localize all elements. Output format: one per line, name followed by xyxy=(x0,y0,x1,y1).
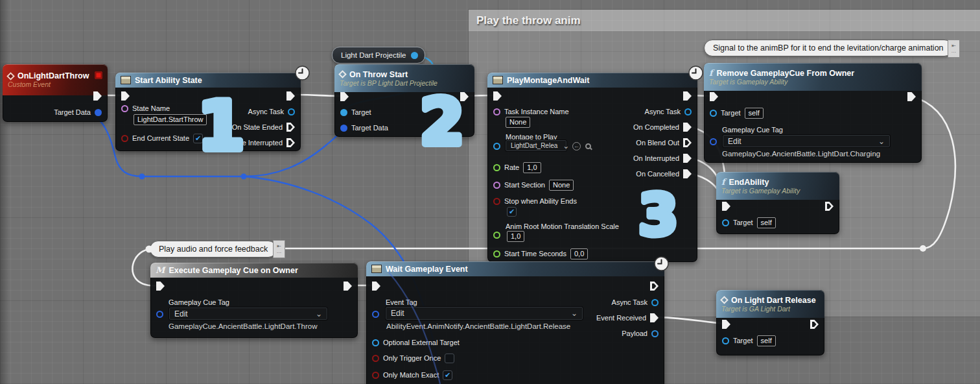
on-blend-out-pin[interactable] xyxy=(683,138,692,147)
exec-in-pin[interactable] xyxy=(493,91,502,101)
gameplay-cue-tag-pin[interactable] xyxy=(710,138,717,145)
async-task-pin[interactable] xyxy=(684,108,692,115)
node-onlightdartthrow[interactable]: OnLightDartThrow Custom Event Target Dat… xyxy=(3,64,108,122)
node-on-throw-start[interactable]: On Throw Start Target is BP Light Dart P… xyxy=(334,64,474,137)
stop-when-ability-ends-pin[interactable] xyxy=(493,198,500,205)
pin-label: Gameplay Cue Tag xyxy=(169,298,229,306)
target-pin[interactable] xyxy=(722,337,729,344)
variable-label: Light Dart Projectile xyxy=(341,51,406,59)
montage-asset-dropdown[interactable]: LightDart_Relea⌄ xyxy=(505,139,567,152)
comment-title-bar[interactable]: Play the throw anim xyxy=(469,10,980,31)
target-data-pin[interactable] xyxy=(340,125,347,132)
node-endability[interactable]: f EndAbility Target is Gameplay Ability … xyxy=(716,172,839,234)
target-pin[interactable] xyxy=(710,110,717,117)
montage-to-play-pin[interactable] xyxy=(493,143,500,150)
variable-light-dart-projectile[interactable]: Light Dart Projectile xyxy=(332,47,425,64)
start-time-seconds-input[interactable]: 0,0 xyxy=(570,248,588,259)
target-pin[interactable] xyxy=(340,109,347,116)
on-state-interrupted-pin[interactable] xyxy=(286,138,295,147)
exec-in-pin[interactable] xyxy=(372,282,380,291)
reroute-node[interactable] xyxy=(241,174,247,180)
start-section-pin[interactable] xyxy=(493,182,500,189)
reroute-node[interactable] xyxy=(139,174,145,180)
optional-external-target-pin[interactable] xyxy=(372,339,379,346)
node-playmontageandwait[interactable]: PlayMontageAndWait Task Instance Name No… xyxy=(487,73,697,262)
bubble-pin-widget[interactable]: ⇤ … xyxy=(273,240,285,258)
use-selected-asset-icon[interactable]: ← xyxy=(572,142,581,150)
exec-out-pin[interactable] xyxy=(344,282,352,291)
pin-label: End Current State xyxy=(132,134,189,142)
node-wait-gameplay-event[interactable]: Wait Gameplay Event Event Tag Edit⌄ Abil… xyxy=(366,261,664,384)
bubble-pin-widget[interactable]: ⇤ … xyxy=(948,40,960,58)
event-received-pin[interactable] xyxy=(650,313,659,322)
rate-input[interactable]: 1,0 xyxy=(523,162,541,173)
exec-in-pin[interactable] xyxy=(722,202,730,211)
on-cancelled-pin[interactable] xyxy=(683,169,692,178)
pin-label: Target xyxy=(721,109,741,117)
start-time-seconds-pin[interactable] xyxy=(493,250,500,258)
on-completed-pin[interactable] xyxy=(683,123,692,132)
event-tag-dropdown[interactable]: Edit⌄ xyxy=(385,306,583,320)
only-match-exact-checkbox[interactable] xyxy=(443,370,452,380)
only-match-exact-pin[interactable] xyxy=(372,372,379,379)
task-instance-name-input[interactable]: None xyxy=(506,117,530,128)
node-start-ability-state[interactable]: Start Ability State State Name LightDart… xyxy=(115,73,301,151)
node-subtitle: Target is Gameplay Ability xyxy=(709,78,788,86)
pin-label: Start Section xyxy=(504,181,545,189)
function-icon: f xyxy=(709,68,713,78)
exec-out-pin[interactable] xyxy=(683,91,692,101)
gameplay-cue-tag-dropdown[interactable]: Edit⌄ xyxy=(722,134,891,148)
async-task-pin[interactable] xyxy=(651,299,659,306)
exec-out-pin[interactable] xyxy=(907,92,916,101)
exec-in-pin[interactable] xyxy=(340,92,349,101)
exec-wire-eventreceived-to-release[interactable] xyxy=(654,317,725,324)
state-name-input[interactable]: LightDart.StartThrow xyxy=(134,114,207,125)
node-title: Remove GameplayCue From Owner xyxy=(717,69,855,78)
event-tag-value: AbilityEvent.AnimNotify.AncientBattle.Li… xyxy=(386,322,570,330)
anim-root-motion-scale-pin[interactable] xyxy=(493,232,500,239)
chevron-down-icon: ⌄ xyxy=(878,137,885,146)
node-execute-gameplay-cue[interactable]: M Execute Gameplay Cue on Owner Gameplay… xyxy=(150,263,358,338)
exec-in-pin[interactable] xyxy=(156,282,165,291)
anim-root-motion-scale-input[interactable]: 1,0 xyxy=(507,231,524,242)
exec-in-pin[interactable] xyxy=(722,320,730,329)
end-current-state-checkbox[interactable] xyxy=(193,134,203,143)
bubble-signal-animbp[interactable]: Signal to the animBP for it to end the l… xyxy=(704,40,953,56)
bubble-play-audio[interactable]: Play audio and force feedback xyxy=(150,241,277,258)
only-trigger-once-checkbox[interactable] xyxy=(445,354,454,363)
only-trigger-once-pin[interactable] xyxy=(372,355,379,362)
exec-in-pin[interactable] xyxy=(710,92,718,101)
exec-out-pin[interactable] xyxy=(460,92,469,101)
end-current-state-pin[interactable] xyxy=(121,135,128,142)
exec-out-pin[interactable] xyxy=(93,91,102,101)
exec-out-pin[interactable] xyxy=(286,91,295,101)
blueprint-graph-canvas[interactable]: Play the throw anim xyxy=(0,0,980,384)
node-remove-gameplaycue[interactable]: f Remove GameplayCue From Owner Target i… xyxy=(704,63,922,163)
on-state-ended-pin[interactable] xyxy=(286,123,295,132)
object-out-pin[interactable] xyxy=(411,52,418,59)
stop-when-ability-ends-checkbox[interactable] xyxy=(507,207,517,217)
async-task-pin[interactable] xyxy=(288,108,295,115)
state-name-pin[interactable] xyxy=(121,105,128,112)
pin-label: Gameplay Cue Tag xyxy=(722,126,783,134)
pin-label: Target Data xyxy=(351,124,388,132)
exec-out-pin[interactable] xyxy=(825,202,834,211)
event-tag-pin[interactable] xyxy=(372,311,379,318)
payload-pin[interactable] xyxy=(651,330,659,337)
exec-in-pin[interactable] xyxy=(121,91,130,101)
start-section-input[interactable]: None xyxy=(549,180,574,191)
node-on-light-dart-release[interactable]: On Light Dart Release Target is GA Light… xyxy=(716,290,824,355)
task-instance-name-pin[interactable] xyxy=(493,108,500,115)
gameplay-cue-tag-value: GameplayCue.AncientBattle.LightDart.Thro… xyxy=(169,322,317,330)
exec-out-pin[interactable] xyxy=(650,282,659,291)
exec-out-pin[interactable] xyxy=(810,320,819,329)
target-self-value: self xyxy=(757,217,776,228)
target-data-pin[interactable] xyxy=(95,109,102,116)
gameplay-cue-tag-pin[interactable] xyxy=(156,311,163,318)
on-interrupted-pin[interactable] xyxy=(683,154,692,163)
rate-pin[interactable] xyxy=(493,164,500,171)
event-bind-icon[interactable] xyxy=(95,71,102,79)
gameplay-cue-tag-dropdown[interactable]: Edit⌄ xyxy=(169,307,328,320)
browse-asset-icon[interactable] xyxy=(585,143,591,149)
target-pin[interactable] xyxy=(722,219,729,226)
